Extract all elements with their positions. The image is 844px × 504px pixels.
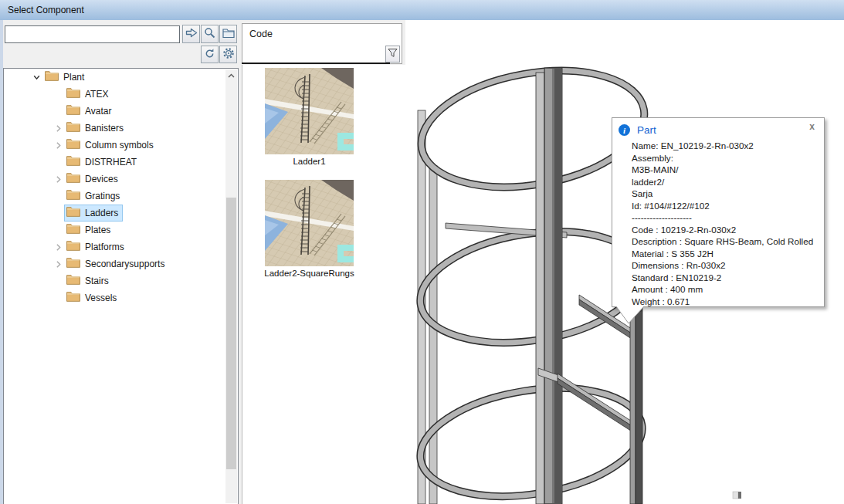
part-tooltip: i Part x Name: EN_10219-2-Rn-030x2 Assem… xyxy=(612,117,825,307)
folder-icon xyxy=(66,291,80,304)
tree-item-label: Secondarysupports xyxy=(85,259,164,269)
tooltip-line: Dimensions : Rn-030x2 xyxy=(632,259,818,272)
tooltip-line: Standard : EN10219-2 xyxy=(632,272,818,284)
tree-item-label: Avatar xyxy=(85,106,111,117)
component-item-label: Ladder2-SquareRungs xyxy=(264,269,354,278)
tree-item-label: Stairs xyxy=(85,276,109,286)
funnel-icon xyxy=(388,48,398,60)
tree-item-ladders[interactable]: Ladders xyxy=(4,205,238,222)
tree-item-label: Platforms xyxy=(85,242,124,252)
settings-button[interactable] xyxy=(219,46,237,63)
tree-item-label: Banisters xyxy=(85,123,124,134)
folder-icon xyxy=(45,70,59,83)
folder-icon xyxy=(66,206,80,219)
magnifier-icon xyxy=(204,27,215,41)
tree-item-gratings[interactable]: Gratings xyxy=(4,188,238,205)
tree-item-label: Ladders xyxy=(85,208,118,218)
tree-item-platforms[interactable]: Platforms xyxy=(4,238,238,255)
chevron-right-icon[interactable] xyxy=(52,175,64,184)
component-list-header: Code xyxy=(242,23,402,64)
tree-item-label: Gratings xyxy=(85,191,120,201)
ladder-stringer-front xyxy=(536,68,562,504)
folder-icon xyxy=(222,28,235,40)
tooltip-line: Amount : 400 mm xyxy=(632,283,818,296)
tooltip-line: Material : S 355 J2H xyxy=(632,248,818,260)
chevron-right-icon[interactable] xyxy=(52,243,64,252)
scroll-up-icon[interactable] xyxy=(225,69,237,82)
refresh-button[interactable] xyxy=(201,46,219,63)
cage-strap xyxy=(429,166,437,504)
tree-item-distrheat[interactable]: DISTRHEAT xyxy=(4,154,238,171)
folder-icon xyxy=(66,257,80,270)
code-column-header: Code xyxy=(249,29,273,39)
tree-item-vessels[interactable]: Vessels xyxy=(4,289,238,306)
tooltip-line: Sarja xyxy=(632,188,818,200)
tooltip-line: ladder2/ xyxy=(632,176,818,188)
component-item-ladder2[interactable]: Ladder2-SquareRungs xyxy=(265,180,354,278)
tree-item-plant[interactable]: Plant xyxy=(4,69,238,86)
folder-icon xyxy=(66,104,80,117)
tooltip-line: Code : 10219-2-Rn-030x2 xyxy=(632,224,818,236)
tree-item-label: DISTRHEAT xyxy=(85,157,137,167)
tree-item-plates[interactable]: Plates xyxy=(4,222,238,238)
close-icon[interactable]: x xyxy=(809,122,815,131)
folder-icon xyxy=(66,121,80,134)
search-input[interactable] xyxy=(5,25,180,43)
tooltip-line: Description : Square RHS-Beam, Cold Roll… xyxy=(632,235,818,248)
filter-button[interactable] xyxy=(385,46,400,63)
component-item-label: Ladder1 xyxy=(293,157,325,166)
tooltip-title: Part xyxy=(637,124,656,136)
folder-icon xyxy=(66,87,80,100)
column-header-underline xyxy=(242,63,390,64)
tree-item-stairs[interactable]: Stairs xyxy=(4,272,238,289)
tree-scrollbar[interactable] xyxy=(225,69,237,503)
folder-icon xyxy=(66,155,80,168)
tooltip-line: Weight : 0.671 xyxy=(632,296,818,308)
gear-icon xyxy=(222,47,235,62)
folder-icon xyxy=(66,223,80,236)
chevron-right-icon[interactable] xyxy=(52,124,64,133)
folder-icon xyxy=(66,172,80,185)
component-thumbnail xyxy=(265,68,354,154)
chevron-right-icon[interactable] xyxy=(52,141,64,150)
tree-item-devices[interactable]: Devices xyxy=(4,171,238,188)
component-item-ladder1[interactable]: Ladder1 xyxy=(265,68,354,166)
component-thumbnail xyxy=(265,180,354,266)
tooltip-line: Assembly: xyxy=(632,152,818,164)
select-component-window: Select Component Plant xyxy=(0,0,844,504)
tree-item-avatar[interactable]: Avatar xyxy=(4,103,238,120)
window-titlebar[interactable]: Select Component xyxy=(0,0,844,20)
folder-icon xyxy=(66,189,80,202)
tree-item-banisters[interactable]: Banisters xyxy=(4,120,238,137)
tree-item-column-symbols[interactable]: Column symbols xyxy=(4,137,238,154)
arrow-right-icon xyxy=(185,28,198,40)
folder-icon xyxy=(66,240,80,253)
browse-folder-button[interactable] xyxy=(219,25,237,43)
tree-item-secondarysupports[interactable]: Secondarysupports xyxy=(4,255,238,272)
tooltip-line: Id: #104/#122/#102 xyxy=(632,200,818,212)
refresh-icon xyxy=(204,48,215,62)
tree-item-label: ATEX xyxy=(85,89,108,100)
ladder-stringer-rear xyxy=(630,308,642,504)
chevron-down-icon[interactable] xyxy=(30,73,42,82)
tree-item-label: Vessels xyxy=(85,293,117,303)
go-button[interactable] xyxy=(182,25,200,43)
tree-item-label: Column symbols xyxy=(85,140,154,151)
tree-item-label: Devices xyxy=(85,174,118,184)
folder-icon xyxy=(66,138,80,151)
chevron-right-icon[interactable] xyxy=(52,260,64,269)
tooltip-separator: -------------------- xyxy=(632,211,818,224)
tooltip-line: M3B-MAIN/ xyxy=(632,164,818,176)
distant-part xyxy=(733,492,741,499)
scrollbar-thumb[interactable] xyxy=(226,198,236,469)
search-button[interactable] xyxy=(201,25,219,43)
tree-item-label: Plant xyxy=(63,72,84,83)
cage-hoop-bottom xyxy=(412,374,649,504)
folder-icon xyxy=(66,274,80,287)
window-title: Select Component xyxy=(0,5,84,15)
tree-item-label: Plates xyxy=(85,225,110,235)
info-icon: i xyxy=(619,124,630,136)
component-tree-panel: Plant ATEX Avatar Banisters Column symbo… xyxy=(3,68,239,504)
tree-item-atex[interactable]: ATEX xyxy=(4,86,238,103)
tooltip-tail xyxy=(615,306,646,325)
